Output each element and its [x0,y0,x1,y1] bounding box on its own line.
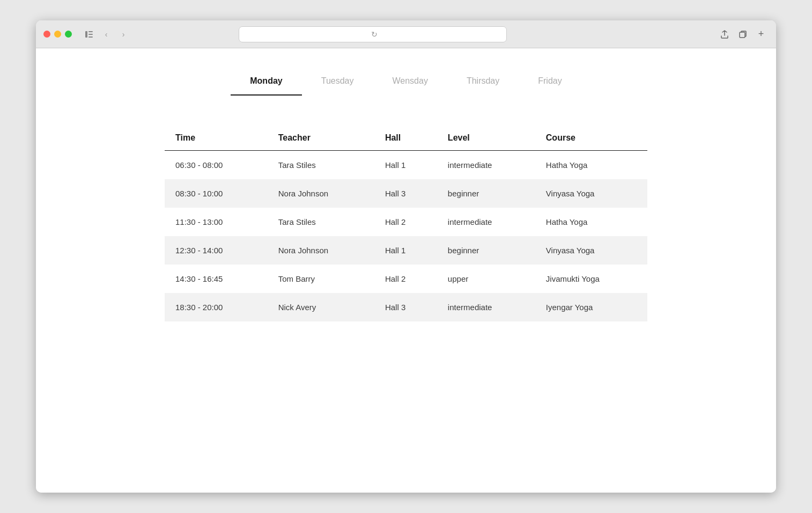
sidebar-toggle-button[interactable] [82,27,97,42]
cell-course: Jivamukti Yoga [535,265,647,293]
table-body: 06:30 - 08:00Tara StilesHall 1intermedia… [165,151,647,322]
cell-teacher: Tara Stiles [268,208,374,236]
cell-hall: Hall 3 [374,179,437,208]
cell-course: Vinyasa Yoga [535,236,647,265]
share-button[interactable] [717,27,732,42]
table-header: TimeTeacherHallLevelCourse [165,128,647,151]
traffic-lights [43,31,72,38]
table-row: 11:30 - 13:00Tara StilesHall 2intermedia… [165,208,647,236]
schedule-container: TimeTeacherHallLevelCourse 06:30 - 08:00… [165,128,647,321]
cell-hall: Hall 1 [374,236,437,265]
svg-rect-2 [88,34,93,35]
nav-buttons: ‹ › [80,27,131,42]
cell-course: Iyengar Yoga [535,293,647,321]
cell-time: 11:30 - 13:00 [165,208,268,236]
cell-level: upper [437,265,535,293]
table-row: 08:30 - 10:00Nora JohnsonHall 3beginnerV… [165,179,647,208]
svg-rect-4 [740,32,745,38]
table-row: 12:30 - 14:00Nora JohnsonHall 1beginnerV… [165,236,647,265]
cell-teacher: Nora Johnson [268,179,374,208]
tab-thirsday[interactable]: Thirsday [447,70,519,96]
browser-toolbar-right: + [717,27,769,42]
cell-time: 06:30 - 08:00 [165,151,268,180]
column-header-teacher: Teacher [268,128,374,151]
duplicate-button[interactable] [735,27,750,42]
cell-level: beginner [437,179,535,208]
table-row: 14:30 - 16:45Tom BarryHall 2upperJivamuk… [165,265,647,293]
cell-level: intermediate [437,208,535,236]
cell-course: Hatha Yoga [535,151,647,180]
browser-content: MondayTuesdayWensdayThirsdayFriday TimeT… [36,48,776,493]
table-row: 06:30 - 08:00Tara StilesHall 1intermedia… [165,151,647,180]
cell-time: 18:30 - 20:00 [165,293,268,321]
schedule-table: TimeTeacherHallLevelCourse 06:30 - 08:00… [165,128,647,321]
close-button[interactable] [43,31,50,38]
svg-rect-3 [88,36,93,38]
tab-wensday[interactable]: Wensday [373,70,447,96]
add-tab-button[interactable]: + [754,27,769,42]
address-bar[interactable]: ↻ [239,26,507,42]
cell-course: Vinyasa Yoga [535,179,647,208]
cell-level: intermediate [437,293,535,321]
cell-teacher: Nick Avery [268,293,374,321]
column-header-time: Time [165,128,268,151]
cell-teacher: Tom Barry [268,265,374,293]
cell-time: 12:30 - 14:00 [165,236,268,265]
cell-course: Hatha Yoga [535,208,647,236]
cell-teacher: Tara Stiles [268,151,374,180]
cell-teacher: Nora Johnson [268,236,374,265]
refresh-button[interactable]: ↻ [371,30,378,39]
cell-time: 14:30 - 16:45 [165,265,268,293]
column-header-course: Course [535,128,647,151]
cell-level: intermediate [437,151,535,180]
cell-time: 08:30 - 10:00 [165,179,268,208]
back-button[interactable]: ‹ [99,27,114,42]
svg-rect-1 [88,31,93,32]
column-header-level: Level [437,128,535,151]
minimize-button[interactable] [54,31,61,38]
day-tabs: MondayTuesdayWensdayThirsdayFriday [68,70,744,96]
forward-button[interactable]: › [116,27,131,42]
svg-rect-0 [85,31,87,38]
tab-tuesday[interactable]: Tuesday [302,70,373,96]
table-row: 18:30 - 20:00Nick AveryHall 3intermediat… [165,293,647,321]
browser-titlebar: ‹ › ↻ + [36,20,776,48]
cell-hall: Hall 1 [374,151,437,180]
column-header-hall: Hall [374,128,437,151]
cell-hall: Hall 2 [374,265,437,293]
cell-level: beginner [437,236,535,265]
cell-hall: Hall 2 [374,208,437,236]
cell-hall: Hall 3 [374,293,437,321]
browser-window: ‹ › ↻ + MondayTuesdayWensd [36,20,776,493]
tab-monday[interactable]: Monday [231,70,301,96]
tab-friday[interactable]: Friday [519,70,581,96]
maximize-button[interactable] [65,31,72,38]
